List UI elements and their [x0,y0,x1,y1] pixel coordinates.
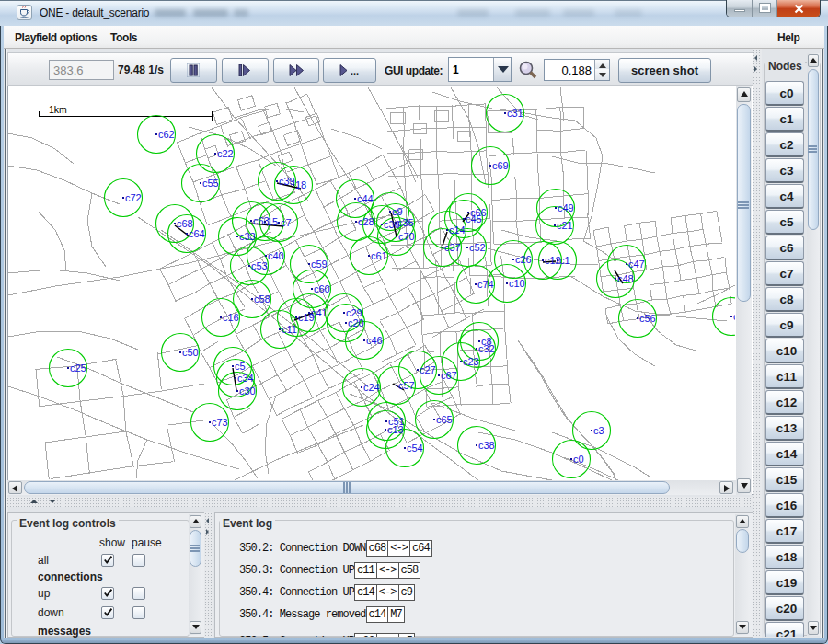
svg-text:c25: c25 [70,362,86,374]
svg-text:c69: c69 [492,160,509,171]
svg-text:c3: c3 [593,425,604,436]
svg-text:c20: c20 [348,317,364,328]
svg-text:c24: c24 [363,382,380,393]
svg-text:c57: c57 [398,380,415,391]
svg-text:c74: c74 [477,279,494,290]
svg-text:c21: c21 [557,220,573,231]
svg-text:c56: c56 [639,313,656,324]
svg-text:c31: c31 [507,108,523,119]
svg-text:1km: 1km [49,104,67,115]
svg-text:c49: c49 [558,202,574,213]
svg-text:c14: c14 [449,224,466,236]
svg-text:c40: c40 [268,250,284,261]
svg-text:c44: c44 [357,193,374,204]
svg-text:c38: c38 [478,440,495,451]
svg-text:c34: c34 [237,373,254,384]
svg-text:c1: c1 [559,255,570,266]
svg-text:c55: c55 [202,178,219,189]
svg-text:c9: c9 [392,206,403,217]
svg-text:c52: c52 [469,242,486,253]
svg-text:c47: c47 [628,259,645,270]
svg-text:c23: c23 [463,356,479,367]
svg-text:c54: c54 [407,443,423,454]
svg-text:c50: c50 [182,347,199,358]
svg-text:c11: c11 [282,324,297,335]
svg-text:c61: c61 [371,250,387,261]
svg-text:c4: c4 [733,311,735,322]
svg-text:15: 15 [267,216,278,227]
svg-text:c37: c37 [444,242,461,253]
svg-text:c48: c48 [617,273,634,284]
svg-text:c33: c33 [239,231,256,242]
svg-text:c53: c53 [251,260,268,271]
svg-text:c10: c10 [509,278,525,289]
svg-text:c28: c28 [358,216,374,227]
svg-text:c73: c73 [212,417,228,428]
svg-text:c7: c7 [281,217,292,228]
svg-text:c65: c65 [436,414,453,425]
svg-text:...: ... [351,65,359,76]
svg-text:c64: c64 [189,228,205,239]
svg-text:c27: c27 [420,364,436,375]
svg-text:c5: c5 [235,361,246,372]
svg-text:c41: c41 [311,307,328,318]
svg-text:c62: c62 [158,129,175,140]
svg-text:c30: c30 [239,385,256,397]
svg-text:c16: c16 [223,312,239,323]
svg-text:c59: c59 [311,259,328,270]
svg-text:c67: c67 [441,370,457,381]
svg-text:c60: c60 [314,283,330,294]
svg-text:c32: c32 [478,343,495,354]
svg-text:c58: c58 [254,293,270,305]
svg-text:c45: c45 [466,213,482,224]
svg-text:c72: c72 [125,192,142,203]
svg-text:c22: c22 [217,148,234,159]
svg-text:c13: c13 [387,424,404,435]
svg-text:c70: c70 [398,231,415,242]
svg-text:c0: c0 [573,454,584,465]
svg-text:c35: c35 [397,217,414,228]
svg-text:c26: c26 [515,254,532,265]
svg-text:c46: c46 [366,335,383,346]
svg-text:18: 18 [295,179,306,190]
